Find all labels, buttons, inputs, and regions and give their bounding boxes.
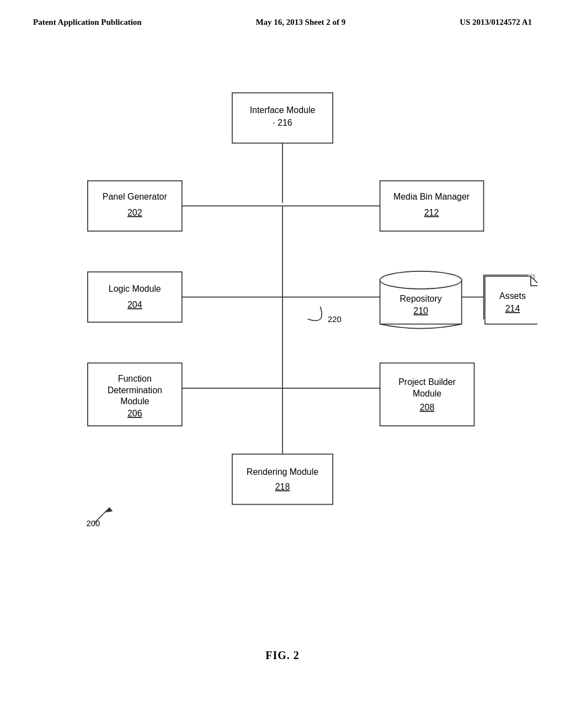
function-determination-label2: Determination — [108, 386, 162, 395]
function-determination-label1: Function — [118, 374, 152, 383]
rendering-module-number: 218 — [275, 482, 290, 491]
repository-cylinder-top — [380, 271, 462, 289]
rendering-module-label: Rendering Module — [247, 467, 318, 477]
repository-number: 210 — [413, 306, 428, 315]
label-220: 220 — [328, 315, 342, 324]
media-bin-manager-number: 212 — [424, 208, 439, 217]
header-right: US 2013/0124572 A1 — [460, 18, 532, 27]
panel-generator-box — [88, 181, 182, 231]
header-middle: May 16, 2013 Sheet 2 of 9 — [255, 18, 345, 27]
panel-generator-label: Panel Generator — [103, 192, 168, 201]
assets-label: Assets — [499, 291, 526, 301]
media-bin-manager-box — [380, 181, 484, 231]
project-builder-label1: Project Builder — [398, 377, 456, 387]
interface-module-number: · 216 — [273, 118, 292, 127]
logic-module-number: 204 — [127, 300, 142, 309]
logic-module-box — [88, 272, 182, 322]
assets-number: 214 — [505, 304, 520, 313]
page-header: Patent Application Publication May 16, 2… — [0, 0, 565, 27]
function-determination-number: 206 — [127, 409, 142, 418]
arrow-200-line — [94, 507, 109, 523]
function-determination-label3: Module — [120, 397, 149, 406]
logic-module-label: Logic Module — [109, 284, 161, 293]
project-builder-label2: Module — [413, 389, 441, 398]
repository-label: Repository — [400, 294, 442, 303]
project-builder-number: 208 — [420, 403, 435, 412]
header-left: Patent Application Publication — [33, 18, 142, 27]
repository-cylinder-bottom — [380, 324, 462, 329]
arrow-200-head — [105, 507, 113, 512]
panel-generator-number: 202 — [127, 208, 142, 217]
arrow-220 — [308, 307, 322, 321]
diagram-svg: Interface Module · 216 Panel Generator 2… — [28, 55, 537, 552]
media-bin-manager-label: Media Bin Manager — [393, 192, 470, 201]
rendering-module-box — [232, 454, 333, 504]
label-200: 200 — [87, 519, 100, 528]
interface-module-label: Interface Module — [250, 105, 316, 115]
fig-caption: FIG. 2 — [265, 649, 300, 662]
